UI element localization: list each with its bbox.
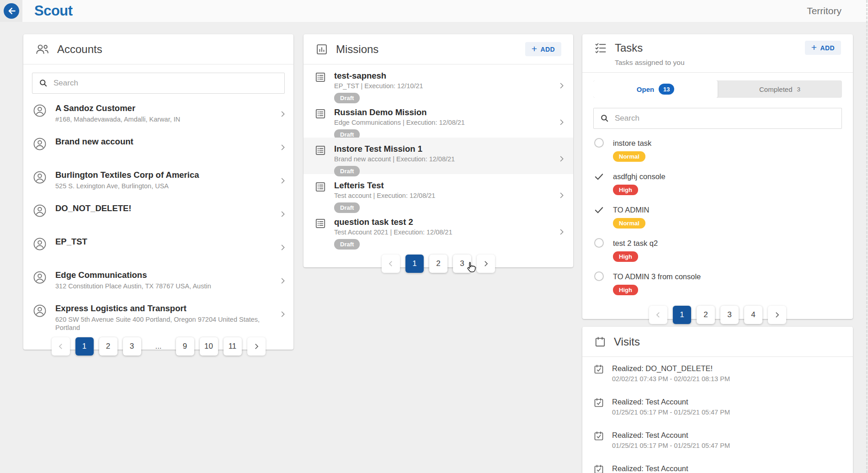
page-button[interactable]: 2 [99,337,117,356]
tasks-pagination: 1 2 3 4 [582,306,853,324]
visit-row[interactable]: Realized: DO_NOT_DELETE! 02/02/21 07:43 … [582,357,853,390]
account-row[interactable]: DO_NOT_DELETE! [23,197,293,231]
page-button[interactable]: 2 [429,255,447,273]
account-address: 620 SW 5th Avenue Suite 400 Portland, Or… [55,315,278,332]
task-name: TO ADMIN [613,205,649,215]
tasks-title: Tasks [615,42,643,54]
task-row[interactable]: test 2 task q2 High [582,232,853,265]
visit-row[interactable]: Realized: Test Account 01/25/21 05:17 PM… [582,390,853,424]
account-address: 525 S. Lexington Ave, Burlington, USA [55,182,278,190]
next-page-button[interactable] [247,337,266,356]
visit-row[interactable]: Realized: Test Account 01/25/21 05:17 PM… [582,457,853,473]
tab-completed-label: Completed [759,85,793,93]
accounts-search-input[interactable] [53,78,284,88]
chevron-right-icon [482,260,490,268]
page-button[interactable]: 11 [224,337,242,356]
mission-row[interactable]: Lefteris Test Test account | Execution: … [304,174,573,211]
mission-clipboard-icon [314,181,326,195]
task-row[interactable]: asdfghj console High [582,165,853,198]
visit-time: 02/02/21 07:43 PM - 02/02/21 08:13 PM [612,375,730,383]
account-row[interactable]: EP_TST [23,231,293,264]
mission-row[interactable]: Russian Demo Mission Edge Communications… [304,101,573,138]
account-row[interactable]: Edge Communications312 Constitution Plac… [23,264,293,298]
prev-page-button[interactable] [649,306,667,324]
calendar-check-icon [593,364,604,377]
account-row[interactable]: A Sandoz Customer#168, Mahadevawada, Amd… [23,97,293,131]
task-row[interactable]: TO ADMIN Normal [582,198,853,232]
page-button[interactable]: 1 [75,337,94,356]
plus-icon: + [532,44,538,53]
missions-panel: Missions +ADD test-sapnesh EP_TST | Exec… [304,34,573,267]
page-ellipsis: ... [147,337,170,356]
visit-row[interactable]: Realized: Test Account 01/25/21 05:17 PM… [582,424,853,457]
prev-page-button[interactable] [52,337,70,356]
task-checked-icon[interactable] [593,205,605,215]
chevron-right-icon [557,228,566,236]
task-row[interactable]: TO ADMIN 3 from console High [582,265,853,298]
search-icon [600,114,609,123]
mission-name: test-sapnesh [334,70,557,81]
tab-completed[interactable]: Completed 3 [718,80,842,98]
task-checked-icon[interactable] [593,171,605,182]
accounts-search [32,73,285,94]
mission-meta: Test account | Execution: 12/08/21 [334,192,557,199]
next-page-button[interactable] [477,255,495,273]
chevron-left-icon [654,311,662,319]
task-unchecked-icon[interactable] [593,138,605,148]
page-button[interactable]: 4 [744,306,762,324]
calendar-icon [594,336,606,348]
page-button[interactable]: 10 [200,337,218,356]
mission-meta: Test Account 2021 | Execution: 12/08/21 [334,229,557,236]
page-button[interactable]: 9 [176,337,194,356]
next-page-button[interactable] [768,306,786,324]
prev-page-button[interactable] [382,255,400,273]
page-button[interactable]: 2 [697,306,715,324]
chevron-right-icon [278,276,287,285]
page-button[interactable]: 3 [123,337,141,356]
page-button[interactable]: 1 [405,255,424,273]
people-icon [35,43,49,55]
page-button[interactable]: 1 [673,306,691,324]
task-row[interactable]: instore task Normal [582,132,853,165]
page-button[interactable]: 3 [720,306,739,324]
back-button[interactable] [4,3,19,19]
tasks-header: Tasks +ADD Tasks assigned to you [582,34,853,73]
add-task-label: ADD [820,44,835,52]
window-edge [866,0,868,473]
visits-title: Visits [614,335,640,348]
mission-row[interactable]: Instore Test Mission 1 Brand new account… [304,138,573,174]
checklist-icon [594,42,607,54]
task-name: asdfghj console [613,171,666,181]
task-unchecked-icon[interactable] [593,238,605,248]
missions-pagination: 1 2 3 [304,255,573,273]
mission-name: Russian Demo Mission [334,107,557,117]
back-button-container [0,0,22,22]
visit-name: Realized: Test Account [612,430,730,440]
search-icon [39,79,48,88]
account-person-icon [33,137,47,153]
page-button[interactable]: 3 [453,255,471,273]
tab-open[interactable]: Open 13 [593,80,718,98]
account-row[interactable]: Burlington Textiles Corp of America525 S… [23,164,293,197]
tasks-subtitle: Tasks assigned to you [615,58,841,67]
mission-row[interactable]: question task test 2 Test Account 2021 |… [304,211,573,247]
add-task-button[interactable]: +ADD [805,41,841,55]
task-unchecked-icon[interactable] [593,271,605,281]
app-logo: Scout [34,3,73,19]
mission-name: Lefteris Test [334,180,557,191]
priority-badge: High [613,185,638,195]
mission-clipboard-icon [314,218,326,231]
account-name: Edge Communications [55,270,278,281]
accounts-title: Accounts [57,43,102,56]
tasks-search-input[interactable] [614,113,841,123]
chevron-right-icon [557,191,566,200]
account-row[interactable]: Express Logistics and Transport620 SW 5t… [23,298,293,331]
account-name: Brand new account [55,136,278,147]
add-mission-button[interactable]: +ADD [525,42,561,56]
status-badge: Draft [334,239,360,250]
account-row[interactable]: Brand new account [23,131,293,164]
account-person-icon [33,304,47,319]
territory-label: Territory [807,5,841,16]
mission-meta: Edge Communications | Execution: 12/08/2… [334,119,557,126]
mission-row[interactable]: test-sapnesh EP_TST | Execution: 12/10/2… [304,64,573,101]
